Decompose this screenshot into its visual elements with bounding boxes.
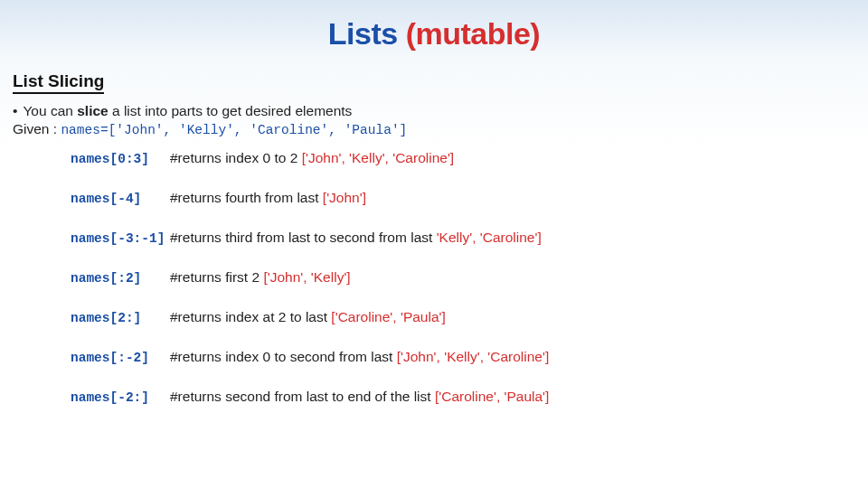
title-word-2: (mutable): [406, 16, 541, 51]
slide-title: Lists (mutable): [13, 16, 855, 52]
example-result: ['Caroline', 'Paula']: [331, 309, 445, 324]
example-comment: #returns third from last to second from …: [170, 230, 437, 245]
example-code: names[-4]: [71, 192, 170, 206]
bullet-icon: •: [13, 103, 17, 118]
intro-post: a list into parts to get desired element…: [108, 103, 353, 118]
title-word-1: Lists: [328, 16, 406, 51]
example-row: names[2:] #returns index at 2 to last ['…: [71, 309, 855, 325]
example-desc: #returns index at 2 to last ['Caroline',…: [170, 309, 446, 325]
example-row: names[-3:-1] #returns third from last to…: [71, 230, 855, 246]
intro-line: •You can slice a list into parts to get …: [13, 103, 855, 119]
example-code: names[-3:-1]: [71, 231, 170, 246]
example-desc: #returns third from last to second from …: [170, 230, 542, 246]
example-result: ['John', 'Kelly', 'Caroline']: [302, 150, 455, 165]
example-row: names[:2] #returns first 2 ['John', 'Kel…: [71, 269, 855, 286]
example-comment: #returns fourth from last: [170, 190, 323, 205]
example-comment: #returns index 0 to 2: [170, 150, 302, 165]
example-desc: #returns index 0 to second from last ['J…: [170, 349, 549, 365]
given-code: names=['John', 'Kelly', 'Caroline', 'Pau…: [61, 123, 407, 137]
intro-strong: slice: [77, 103, 108, 118]
example-result: ['Caroline', 'Paula']: [435, 389, 549, 404]
example-code: names[:2]: [71, 271, 170, 286]
example-comment: #returns index 0 to second from last: [170, 349, 397, 364]
examples-list: names[0:3] #returns index 0 to 2 ['John'…: [71, 150, 855, 405]
example-row: names[0:3] #returns index 0 to 2 ['John'…: [71, 150, 855, 166]
example-result: ['John', 'Kelly']: [263, 269, 350, 285]
example-code: names[0:3]: [71, 152, 170, 166]
example-row: names[:-2] #returns index 0 to second fr…: [71, 349, 855, 365]
example-desc: #returns index 0 to 2 ['John', 'Kelly', …: [170, 150, 454, 166]
example-row: names[-2:] #returns second from last to …: [71, 389, 855, 405]
intro-pre: You can: [23, 103, 77, 118]
section-heading-wrap: List Slicing: [13, 71, 855, 99]
example-comment: #returns second from last to end of the …: [170, 389, 435, 404]
example-comment: #returns first 2: [170, 269, 263, 285]
section-heading: List Slicing: [13, 71, 104, 94]
example-result: ['John', 'Kelly', 'Caroline']: [397, 349, 550, 364]
example-result: 'Kelly', 'Caroline']: [437, 230, 542, 245]
example-comment: #returns index at 2 to last: [170, 309, 331, 324]
given-line: Given : names=['John', 'Kelly', 'Carolin…: [13, 121, 855, 137]
example-desc: #returns first 2 ['John', 'Kelly']: [170, 269, 351, 286]
example-desc: #returns fourth from last ['John']: [170, 190, 366, 206]
example-result: ['John']: [323, 190, 366, 205]
example-row: names[-4] #returns fourth from last ['Jo…: [71, 190, 855, 206]
example-desc: #returns second from last to end of the …: [170, 389, 549, 405]
example-code: names[:-2]: [71, 351, 170, 365]
example-code: names[2:]: [71, 311, 170, 325]
given-label: Given :: [13, 121, 61, 136]
example-code: names[-2:]: [71, 390, 170, 405]
slide: Lists (mutable) List Slicing •You can sl…: [0, 0, 868, 488]
